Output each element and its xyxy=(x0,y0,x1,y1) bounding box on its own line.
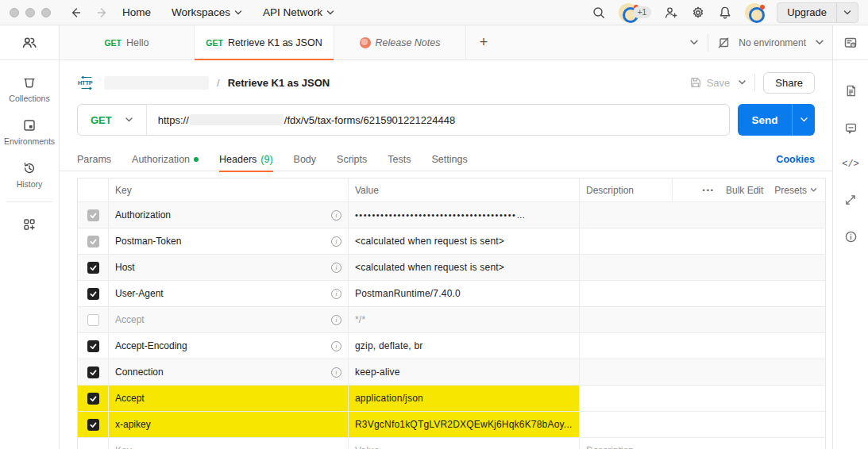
header-value[interactable]: application/json xyxy=(355,393,423,404)
divider xyxy=(708,34,708,52)
environment-selector[interactable]: No environment xyxy=(739,37,806,48)
value-placeholder[interactable]: Value xyxy=(355,445,380,449)
header-checkbox[interactable] xyxy=(87,314,99,326)
request-tab-headers[interactable]: Headers(9) xyxy=(219,148,273,171)
header-value[interactable]: */* xyxy=(355,314,365,325)
request-tab-body[interactable]: Body xyxy=(294,148,317,171)
header-checkbox[interactable] xyxy=(87,419,99,431)
request-tab-settings[interactable]: Settings xyxy=(431,148,467,171)
header-key[interactable]: Authorization xyxy=(115,209,171,221)
header-description[interactable] xyxy=(579,386,825,411)
send-button[interactable]: Send xyxy=(738,104,792,136)
avatar-count-badge: +1 xyxy=(633,6,651,18)
info-icon[interactable] xyxy=(844,230,858,244)
header-key[interactable]: Accept-Encoding xyxy=(115,340,187,351)
presets-button[interactable]: Presets xyxy=(774,185,817,196)
new-tab-button[interactable]: + xyxy=(466,25,501,59)
back-icon[interactable] xyxy=(68,6,83,20)
cookies-link[interactable]: Cookies xyxy=(776,154,815,165)
history-icon xyxy=(22,161,37,175)
search-icon[interactable] xyxy=(592,6,606,20)
header-checkbox[interactable] xyxy=(87,236,99,248)
tab-list-chevron-icon[interactable] xyxy=(689,39,699,46)
header-key[interactable]: Connection xyxy=(115,366,164,378)
sidebar-item-environments[interactable]: Environments xyxy=(0,118,59,146)
request-title[interactable]: Retrieve K1 as JSON xyxy=(228,77,330,89)
header-description[interactable] xyxy=(579,307,825,332)
share-button[interactable]: Share xyxy=(763,72,815,94)
request-tab-authorization[interactable]: Authorization xyxy=(132,148,199,171)
sidebar-item-more-workspaces[interactable] xyxy=(0,217,59,232)
header-description[interactable] xyxy=(579,281,825,306)
window-minimize-button[interactable] xyxy=(25,8,35,17)
header-key[interactable]: User-Agent xyxy=(115,288,164,299)
header-description[interactable] xyxy=(579,228,825,254)
header-checkbox[interactable] xyxy=(87,340,99,352)
nav-workspaces[interactable]: Workspaces xyxy=(172,6,242,18)
header-key[interactable]: Host xyxy=(115,262,135,273)
upgrade-button[interactable]: Upgrade xyxy=(777,2,858,23)
save-button[interactable]: Save xyxy=(689,76,731,89)
code-snippet-icon[interactable]: </> xyxy=(842,159,859,170)
save-options-chevron-icon[interactable] xyxy=(738,79,746,86)
tab-release-notes[interactable]: Release Notes xyxy=(334,25,466,59)
send-options-chevron-icon[interactable] xyxy=(792,104,815,136)
window-zoom-button[interactable] xyxy=(41,8,51,17)
header-key[interactable]: Postman-Token xyxy=(115,236,181,247)
team-avatars[interactable]: +1 xyxy=(619,3,651,22)
info-icon: i xyxy=(331,289,341,299)
method-selector[interactable]: GET xyxy=(78,114,146,126)
environment-quick-look-icon[interactable] xyxy=(833,25,868,60)
header-checkbox[interactable] xyxy=(87,288,99,300)
environment-chevron-icon[interactable] xyxy=(815,39,824,46)
header-description[interactable] xyxy=(579,255,825,280)
window-close-button[interactable] xyxy=(10,8,19,17)
header-value[interactable]: gzip, deflate, br xyxy=(355,340,422,351)
tab-hello[interactable]: GET Hello xyxy=(60,25,195,59)
key-placeholder[interactable]: Key xyxy=(115,445,132,449)
header-value[interactable]: R3VgcNfo1kQTgLVR2DXQEwKj6Hqk6K78bAoy... xyxy=(355,419,572,430)
tab-retrieve-k1-active[interactable]: GET Retrieve K1 as JSON xyxy=(195,25,334,59)
sidebar-item-team[interactable] xyxy=(0,25,59,60)
nav-api-network[interactable]: API Network xyxy=(263,6,334,18)
bulk-edit-button[interactable]: Bulk Edit xyxy=(726,185,763,196)
header-description[interactable] xyxy=(579,333,825,359)
gear-icon[interactable] xyxy=(691,6,705,20)
sidebar-item-history[interactable]: History xyxy=(0,161,59,189)
header-checkbox[interactable] xyxy=(87,393,99,405)
comments-icon[interactable] xyxy=(844,121,858,135)
header-key[interactable]: x-apikey xyxy=(115,419,151,430)
header-key[interactable]: Accept xyxy=(115,314,145,325)
header-description[interactable] xyxy=(579,359,825,385)
header-description[interactable] xyxy=(579,202,825,228)
info-icon: i xyxy=(331,367,341,378)
header-description[interactable] xyxy=(579,412,825,437)
header-key[interactable]: Accept xyxy=(115,393,145,404)
request-tab-scripts[interactable]: Scripts xyxy=(337,148,367,171)
header-value[interactable]: <calculated when request is sent> xyxy=(355,262,504,273)
workspace-name-redacted[interactable] xyxy=(104,76,209,90)
description-placeholder[interactable]: Description xyxy=(586,445,634,449)
documentation-icon[interactable] xyxy=(844,84,858,98)
pull-request-arrows-icon[interactable] xyxy=(844,194,857,206)
invite-user-icon[interactable] xyxy=(664,6,678,20)
breadcrumb-separator: / xyxy=(217,77,220,89)
header-checkbox[interactable] xyxy=(87,366,99,378)
header-value[interactable]: PostmanRuntime/7.40.0 xyxy=(355,288,461,299)
url-input[interactable]: https:// /fdx/v5/tax-forms/6215901221224… xyxy=(147,114,455,126)
more-options-icon[interactable]: ••• xyxy=(703,186,715,194)
header-value[interactable]: <calculated when request is sent> xyxy=(355,236,504,247)
sidebar-item-collections[interactable]: Collections xyxy=(0,75,59,103)
column-description: Description xyxy=(579,178,672,201)
header-checkbox[interactable] xyxy=(87,262,99,274)
header-value[interactable]: keep-alive xyxy=(355,366,400,378)
header-checkbox[interactable] xyxy=(87,209,99,221)
request-tab-params[interactable]: Params xyxy=(77,148,111,171)
header-value[interactable]: ••••••••••••••••••••••••••••••••••••••… xyxy=(355,210,527,220)
request-tab-tests[interactable]: Tests xyxy=(388,148,411,171)
nav-home[interactable]: Home xyxy=(122,6,151,18)
notifications-bell-icon[interactable] xyxy=(718,6,732,20)
forward-icon[interactable] xyxy=(95,6,110,20)
user-avatar[interactable] xyxy=(745,3,764,22)
upgrade-chevron-icon[interactable] xyxy=(836,3,858,22)
